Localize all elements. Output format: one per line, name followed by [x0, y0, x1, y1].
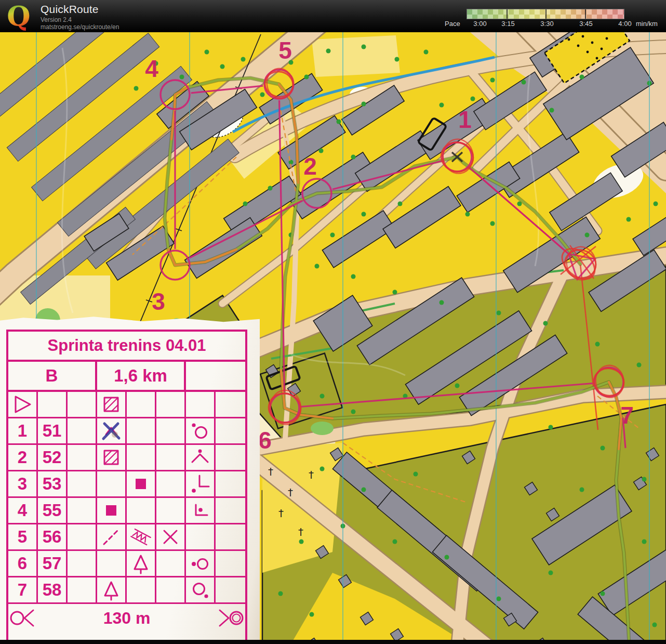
svg-text:†: †	[268, 465, 273, 478]
control-row	[8, 392, 245, 418]
control-number-label: 2	[303, 153, 317, 180]
funnel-finish-symbol	[218, 606, 245, 632]
cd-cell	[156, 471, 186, 496]
control-number-label: 1	[458, 106, 472, 133]
control-code-cell: 57	[38, 551, 68, 576]
cd-cell	[216, 418, 245, 443]
control-row: 657	[8, 551, 245, 577]
circle-dot-nw-symbol	[188, 419, 212, 443]
control-number-cell: 2	[8, 445, 38, 470]
svg-text:Q: Q	[7, 2, 30, 31]
control-description-table: Sprinta trenins 04.01 B 1,6 km 151252353…	[6, 330, 247, 642]
svg-text:†: †	[298, 525, 303, 538]
cross-x-symbol	[158, 525, 182, 549]
pace-unit-label: min/km	[636, 20, 658, 28]
control-code-cell: 58	[38, 577, 68, 602]
description-symbol-cell	[186, 418, 216, 443]
cd-cell	[97, 551, 127, 576]
funnel-finish-symbol	[218, 606, 245, 629]
control-number-cell: 4	[8, 498, 38, 523]
description-symbol-cell	[186, 498, 216, 523]
cd-cell	[216, 471, 245, 496]
svg-text:†: †	[288, 486, 293, 498]
control-row: 252	[8, 445, 245, 471]
cd-cell	[127, 498, 156, 523]
cd-cell	[216, 577, 245, 602]
cd-cell	[68, 524, 97, 549]
solid-square-symbol	[99, 498, 123, 522]
control-row: 151	[8, 418, 245, 445]
pace-tick	[545, 9, 547, 19]
control-number-cell: 3	[8, 471, 38, 496]
control-row: 758	[8, 577, 245, 604]
description-symbol-cell	[97, 445, 127, 470]
sheet-footer-row: 130 m	[8, 604, 245, 633]
svg-text:†: †	[278, 507, 284, 519]
control-row: 455	[8, 498, 245, 524]
description-symbol-cell	[186, 551, 216, 576]
cd-cell	[38, 392, 68, 417]
quickroute-window: Q QuickRoute Version 2.4 matstroeng.se/q…	[0, 0, 666, 644]
description-symbol-cell	[127, 471, 156, 496]
tree-symbol	[129, 551, 153, 575]
funnel-start-symbol	[8, 606, 35, 632]
funnel-start-symbol	[8, 606, 35, 629]
cd-cell	[68, 577, 97, 602]
cd-cell	[68, 498, 97, 523]
cd-cell	[68, 551, 97, 576]
dot-circle-symbol	[188, 551, 212, 575]
control-code-cell: 51	[38, 418, 68, 443]
control-number-label: 4	[145, 55, 158, 82]
pace-tick	[585, 9, 586, 19]
control-number-label: 6	[258, 427, 272, 454]
control-code-cell: 55	[38, 498, 68, 523]
circle-dot-se-symbol	[188, 578, 212, 602]
pace-label: 4:00	[614, 20, 636, 28]
description-symbol-cell	[156, 524, 186, 549]
description-symbol-cell	[97, 392, 127, 417]
corner-dot-sw-symbol	[188, 472, 212, 496]
control-code-cell: 56	[38, 524, 68, 549]
control-description-sheet: Sprinta trenins 04.01 B 1,6 km 151252353…	[0, 316, 260, 644]
app-title: QuickRoute	[41, 3, 99, 16]
description-symbol-cell	[186, 577, 216, 602]
cd-cell	[156, 445, 186, 470]
control-number-cell: 1	[8, 418, 38, 443]
description-symbol-cell	[186, 445, 216, 470]
chevron-dot-symbol	[188, 445, 212, 469]
quickroute-logo-icon: Q	[4, 2, 33, 31]
course-length: 1,6 km	[97, 362, 186, 390]
description-symbol-cell	[97, 524, 127, 549]
cd-cell	[68, 418, 97, 443]
control-number-label: 3	[152, 288, 165, 315]
control-row: 556	[8, 524, 245, 551]
description-symbol-cell	[97, 498, 127, 523]
control-number-label: 5	[278, 37, 292, 64]
cd-cell	[68, 445, 97, 470]
corner-dot-inner-symbol	[188, 498, 212, 522]
cd-cell	[216, 551, 245, 576]
hatched-square-symbol	[99, 445, 123, 469]
cd-cell	[186, 392, 216, 417]
description-symbol-cell	[97, 577, 127, 602]
start-triangle-symbol	[10, 392, 34, 416]
cd-cell	[68, 392, 97, 417]
cd-cell	[216, 524, 245, 549]
pace-label: 3:45	[575, 20, 597, 28]
cd-cell	[156, 551, 186, 576]
cd-cell	[97, 471, 127, 496]
cd-cell	[127, 445, 156, 470]
cd-cell	[216, 445, 245, 470]
cd-cell	[68, 471, 97, 496]
cd-cell	[127, 577, 156, 602]
control-number-cell: 6	[8, 551, 38, 576]
pace-label: 3:30	[536, 20, 558, 28]
stairway-symbol	[129, 525, 153, 549]
app-version: Version 2.4	[41, 16, 72, 23]
cd-cell	[127, 418, 156, 443]
control-number-label: 7	[620, 402, 634, 429]
cd-cell	[127, 392, 156, 417]
finish-distance: 130 m	[35, 609, 218, 628]
description-symbol-cell	[127, 524, 156, 549]
tree-symbol	[99, 578, 123, 602]
